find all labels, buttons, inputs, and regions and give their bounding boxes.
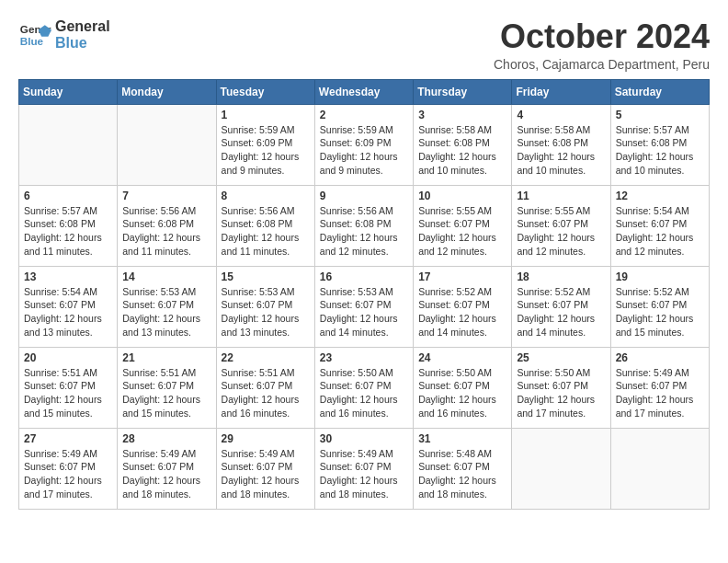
cell-content: Sunrise: 5:48 AM Sunset: 6:07 PM Dayligh…	[418, 447, 506, 501]
day-header-friday: Friday	[512, 79, 610, 104]
day-number: 5	[616, 109, 704, 121]
cell-content: Sunrise: 5:56 AM Sunset: 6:08 PM Dayligh…	[122, 204, 210, 259]
day-number: 7	[122, 190, 210, 202]
calendar-cell: 25Sunrise: 5:50 AM Sunset: 6:07 PM Dayli…	[512, 347, 610, 428]
cell-content: Sunrise: 5:51 AM Sunset: 6:07 PM Dayligh…	[24, 366, 112, 420]
cell-content: Sunrise: 5:53 AM Sunset: 6:07 PM Dayligh…	[222, 285, 310, 339]
location-subtitle: Choros, Cajamarca Department, Peru	[494, 57, 710, 72]
cell-content: Sunrise: 5:49 AM Sunset: 6:07 PM Dayligh…	[616, 366, 704, 420]
logo-blue: Blue	[55, 35, 110, 52]
calendar-cell: 20Sunrise: 5:51 AM Sunset: 6:07 PM Dayli…	[19, 347, 118, 428]
day-number: 20	[24, 351, 112, 364]
cell-content: Sunrise: 5:56 AM Sunset: 6:08 PM Dayligh…	[222, 204, 310, 259]
day-number: 23	[320, 351, 408, 364]
calendar-cell	[512, 428, 610, 509]
calendar-cell: 6Sunrise: 5:57 AM Sunset: 6:08 PM Daylig…	[19, 185, 118, 266]
cell-content: Sunrise: 5:52 AM Sunset: 6:07 PM Dayligh…	[616, 285, 704, 339]
calendar-cell: 27Sunrise: 5:49 AM Sunset: 6:07 PM Dayli…	[19, 428, 118, 509]
calendar-cell: 10Sunrise: 5:55 AM Sunset: 6:07 PM Dayli…	[414, 185, 512, 266]
cell-content: Sunrise: 5:59 AM Sunset: 6:09 PM Dayligh…	[320, 123, 408, 178]
day-header-wednesday: Wednesday	[314, 79, 413, 104]
cell-content: Sunrise: 5:55 AM Sunset: 6:07 PM Dayligh…	[418, 204, 506, 259]
day-header-tuesday: Tuesday	[216, 79, 314, 104]
day-header-sunday: Sunday	[19, 79, 118, 104]
cell-content: Sunrise: 5:49 AM Sunset: 6:07 PM Dayligh…	[24, 447, 112, 501]
calendar-cell: 17Sunrise: 5:52 AM Sunset: 6:07 PM Dayli…	[414, 266, 512, 347]
cell-content: Sunrise: 5:54 AM Sunset: 6:07 PM Dayligh…	[24, 285, 112, 339]
cell-content: Sunrise: 5:52 AM Sunset: 6:07 PM Dayligh…	[418, 285, 506, 339]
day-number: 14	[122, 270, 210, 283]
title-block: October 2024 Choros, Cajamarca Departmen…	[494, 18, 710, 72]
logo-general: General	[55, 18, 110, 35]
calendar-cell: 21Sunrise: 5:51 AM Sunset: 6:07 PM Dayli…	[118, 347, 216, 428]
day-number: 10	[418, 190, 506, 202]
cell-content: Sunrise: 5:50 AM Sunset: 6:07 PM Dayligh…	[320, 366, 408, 420]
day-number: 21	[122, 351, 210, 364]
cell-content: Sunrise: 5:57 AM Sunset: 6:08 PM Dayligh…	[616, 123, 704, 178]
calendar-cell	[118, 104, 216, 185]
day-number: 26	[616, 351, 704, 364]
header: General Blue General Blue October 2024 C…	[18, 18, 710, 72]
calendar-cell: 13Sunrise: 5:54 AM Sunset: 6:07 PM Dayli…	[19, 266, 118, 347]
calendar-cell: 4Sunrise: 5:58 AM Sunset: 6:08 PM Daylig…	[512, 104, 610, 185]
day-number: 27	[24, 432, 112, 445]
cell-content: Sunrise: 5:57 AM Sunset: 6:08 PM Dayligh…	[24, 204, 112, 259]
cell-content: Sunrise: 5:54 AM Sunset: 6:07 PM Dayligh…	[616, 204, 704, 259]
day-number: 16	[320, 270, 408, 283]
calendar-cell: 16Sunrise: 5:53 AM Sunset: 6:07 PM Dayli…	[314, 266, 413, 347]
day-number: 24	[418, 351, 506, 364]
cell-content: Sunrise: 5:56 AM Sunset: 6:08 PM Dayligh…	[320, 204, 408, 259]
calendar-cell: 22Sunrise: 5:51 AM Sunset: 6:07 PM Dayli…	[216, 347, 314, 428]
calendar-cell: 12Sunrise: 5:54 AM Sunset: 6:07 PM Dayli…	[610, 185, 709, 266]
calendar-cell: 24Sunrise: 5:50 AM Sunset: 6:07 PM Dayli…	[414, 347, 512, 428]
calendar-cell: 18Sunrise: 5:52 AM Sunset: 6:07 PM Dayli…	[512, 266, 610, 347]
svg-text:Blue: Blue	[20, 35, 44, 47]
cell-content: Sunrise: 5:58 AM Sunset: 6:08 PM Dayligh…	[517, 123, 605, 178]
day-number: 13	[24, 270, 112, 283]
day-number: 31	[418, 432, 506, 445]
cell-content: Sunrise: 5:49 AM Sunset: 6:07 PM Dayligh…	[122, 447, 210, 501]
calendar-cell: 14Sunrise: 5:53 AM Sunset: 6:07 PM Dayli…	[118, 266, 216, 347]
week-row-3: 13Sunrise: 5:54 AM Sunset: 6:07 PM Dayli…	[19, 266, 710, 347]
calendar-cell: 30Sunrise: 5:49 AM Sunset: 6:07 PM Dayli…	[314, 428, 413, 509]
calendar-cell	[19, 104, 118, 185]
day-number: 15	[222, 270, 310, 283]
day-number: 19	[616, 270, 704, 283]
week-row-1: 1Sunrise: 5:59 AM Sunset: 6:09 PM Daylig…	[19, 104, 710, 185]
cell-content: Sunrise: 5:49 AM Sunset: 6:07 PM Dayligh…	[222, 447, 310, 501]
calendar-cell: 9Sunrise: 5:56 AM Sunset: 6:08 PM Daylig…	[314, 185, 413, 266]
cell-content: Sunrise: 5:52 AM Sunset: 6:07 PM Dayligh…	[517, 285, 605, 339]
day-number: 9	[320, 190, 408, 202]
logo-icon: General Blue	[18, 18, 51, 52]
day-number: 29	[222, 432, 310, 445]
cell-content: Sunrise: 5:50 AM Sunset: 6:07 PM Dayligh…	[517, 366, 605, 420]
day-header-saturday: Saturday	[610, 79, 709, 104]
cell-content: Sunrise: 5:51 AM Sunset: 6:07 PM Dayligh…	[222, 366, 310, 420]
day-number: 1	[222, 109, 310, 121]
logo: General Blue General Blue	[18, 18, 110, 52]
day-number: 30	[320, 432, 408, 445]
day-header-thursday: Thursday	[414, 79, 512, 104]
calendar-cell: 3Sunrise: 5:58 AM Sunset: 6:08 PM Daylig…	[414, 104, 512, 185]
calendar-cell: 11Sunrise: 5:55 AM Sunset: 6:07 PM Dayli…	[512, 185, 610, 266]
calendar-cell: 19Sunrise: 5:52 AM Sunset: 6:07 PM Dayli…	[610, 266, 709, 347]
month-title: October 2024	[494, 18, 710, 55]
day-number: 18	[517, 270, 605, 283]
cell-content: Sunrise: 5:50 AM Sunset: 6:07 PM Dayligh…	[418, 366, 506, 420]
cell-content: Sunrise: 5:53 AM Sunset: 6:07 PM Dayligh…	[122, 285, 210, 339]
day-number: 11	[517, 190, 605, 202]
day-number: 22	[222, 351, 310, 364]
cell-content: Sunrise: 5:58 AM Sunset: 6:08 PM Dayligh…	[418, 123, 506, 178]
cell-content: Sunrise: 5:55 AM Sunset: 6:07 PM Dayligh…	[517, 204, 605, 259]
calendar-cell: 8Sunrise: 5:56 AM Sunset: 6:08 PM Daylig…	[216, 185, 314, 266]
calendar-cell: 29Sunrise: 5:49 AM Sunset: 6:07 PM Dayli…	[216, 428, 314, 509]
day-number: 17	[418, 270, 506, 283]
cell-content: Sunrise: 5:51 AM Sunset: 6:07 PM Dayligh…	[122, 366, 210, 420]
day-number: 2	[320, 109, 408, 121]
day-number: 28	[122, 432, 210, 445]
day-number: 25	[517, 351, 605, 364]
calendar-cell	[610, 428, 709, 509]
calendar-cell: 2Sunrise: 5:59 AM Sunset: 6:09 PM Daylig…	[314, 104, 413, 185]
day-number: 12	[616, 190, 704, 202]
calendar-cell: 23Sunrise: 5:50 AM Sunset: 6:07 PM Dayli…	[314, 347, 413, 428]
